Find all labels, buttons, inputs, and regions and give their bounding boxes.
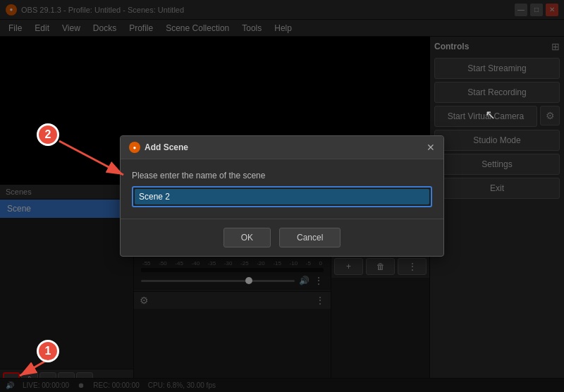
- dialog-body: Please enter the name of the scene: [121, 159, 443, 219]
- dialog-footer: OK Cancel: [121, 219, 443, 256]
- dialog-close-button[interactable]: ✕: [427, 142, 435, 153]
- dialog-title: Add Scene: [145, 142, 188, 152]
- dialog-title-left: ● Add Scene: [129, 142, 188, 153]
- dialog-ok-button[interactable]: OK: [223, 228, 271, 247]
- dialog-app-icon: ●: [129, 142, 140, 153]
- dialog-prompt-label: Please enter the name of the scene: [132, 171, 432, 180]
- scene-name-input[interactable]: [135, 189, 429, 204]
- annotation-1: 1: [37, 340, 59, 362]
- dialog-titlebar: ● Add Scene ✕: [121, 136, 443, 159]
- dialog-overlay: ● Add Scene ✕ Please enter the name of t…: [0, 0, 564, 392]
- dialog-input-wrapper: [132, 186, 432, 207]
- add-scene-dialog: ● Add Scene ✕ Please enter the name of t…: [120, 135, 444, 257]
- dialog-cancel-button[interactable]: Cancel: [279, 228, 341, 247]
- annotation-2: 2: [37, 123, 59, 146]
